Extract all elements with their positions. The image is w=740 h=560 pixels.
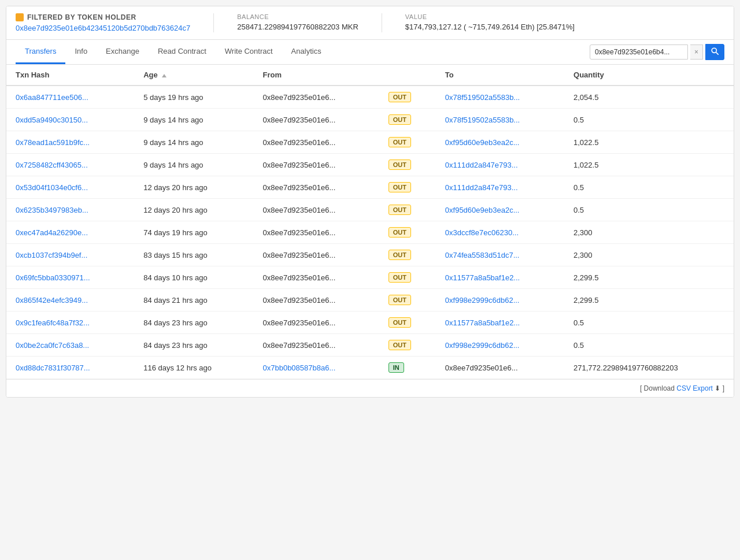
cell-direction: IN xyxy=(379,357,436,379)
txn-hash-link[interactable]: 0xd88dc7831f30787... xyxy=(16,364,90,372)
cell-direction: OUT xyxy=(379,266,436,289)
search-clear-button[interactable]: × xyxy=(690,44,703,60)
search-button[interactable] xyxy=(705,44,724,60)
txn-hash-link[interactable]: 0xcb1037cf394b9ef... xyxy=(16,251,87,259)
table-row: 0x53d04f1034e0cf6... 12 days 20 hrs ago … xyxy=(6,176,734,199)
to-link[interactable]: 0x11577a8a5baf1e2... xyxy=(445,273,520,282)
to-link[interactable]: 0x3dccf8e7ec06230... xyxy=(445,228,519,237)
table-row: 0x9c1fea6fc48a7f32... 84 days 23 hrs ago… xyxy=(6,311,734,334)
direction-badge: OUT xyxy=(388,340,411,350)
cell-from: 0x8ee7d9235e01e6... xyxy=(253,109,379,131)
cell-from: 0x8ee7d9235e01e6... xyxy=(253,131,379,154)
txn-hash-link[interactable]: 0x78ead1ac591b9fc... xyxy=(16,138,90,147)
txn-hash-link[interactable]: 0x865f42e4efc3949... xyxy=(16,296,88,305)
txn-hash-link[interactable]: 0x53d04f1034e0cf6... xyxy=(16,183,88,192)
cell-to: 0x8ee7d9235e01e6... xyxy=(436,357,564,379)
to-link[interactable]: 0x78f519502a5583b... xyxy=(445,93,520,102)
cell-direction: OUT xyxy=(379,86,436,109)
col-direction xyxy=(379,65,436,86)
tab-analytics[interactable]: Analytics xyxy=(282,40,331,64)
cell-quantity: 2,054.5 xyxy=(564,86,734,109)
filter-address[interactable]: 0x8ee7d9235e01e6b42345120b5d270bdb763624… xyxy=(16,24,190,32)
txn-hash-link[interactable]: 0x7258482cff43065... xyxy=(16,161,88,169)
txn-hash-link[interactable]: 0x9c1fea6fc48a7f32... xyxy=(16,318,90,327)
cell-txn-hash: 0xdd5a9490c30150... xyxy=(6,109,134,131)
to-link[interactable]: 0xf95d60e9eb3ea2c... xyxy=(445,138,520,147)
to-link[interactable]: 0x11577a8a5baf1e2... xyxy=(445,318,520,327)
txn-hash-link[interactable]: 0x6235b3497983eb... xyxy=(16,206,88,214)
txn-hash-link[interactable]: 0x0be2ca0fc7c63a8... xyxy=(16,341,89,350)
table-row: 0x6aa847711ee506... 5 days 19 hrs ago 0x… xyxy=(6,86,734,109)
table-row: 0x7258482cff43065... 9 days 14 hrs ago 0… xyxy=(6,154,734,176)
txn-hash-link[interactable]: 0x69fc5bba0330971... xyxy=(16,273,90,282)
direction-badge: OUT xyxy=(388,182,411,192)
to-link[interactable]: 0x74fea5583d51dc7... xyxy=(445,251,520,259)
cell-direction: OUT xyxy=(379,131,436,154)
balance-label: BALANCE xyxy=(237,13,358,20)
cell-direction: OUT xyxy=(379,154,436,176)
cell-from: 0x8ee7d9235e01e6... xyxy=(253,154,379,176)
cell-age: 116 days 12 hrs ago xyxy=(134,357,253,379)
cell-quantity: 2,299.5 xyxy=(564,289,734,311)
sort-icon-age xyxy=(162,74,166,77)
cell-to: 0xf95d60e9eb3ea2c... xyxy=(436,199,564,221)
to-link[interactable]: 0x111dd2a847e793... xyxy=(445,161,518,169)
to-link[interactable]: 0x111dd2a847e793... xyxy=(445,183,518,192)
cell-quantity: 2,300 xyxy=(564,221,734,244)
direction-badge: OUT xyxy=(388,295,411,305)
tab-write-contract[interactable]: Write Contract xyxy=(216,40,282,64)
direction-badge: OUT xyxy=(388,137,411,147)
cell-to: 0xf998e2999c6db62... xyxy=(436,334,564,357)
txn-hash-link[interactable]: 0xec47ad4a26290e... xyxy=(16,228,88,237)
table-row: 0xcb1037cf394b9ef... 83 days 15 hrs ago … xyxy=(6,244,734,266)
cell-from: 0x8ee7d9235e01e6... xyxy=(253,199,379,221)
from-address: 0x8ee7d9235e01e6... xyxy=(262,93,335,102)
cell-quantity: 0.5 xyxy=(564,334,734,357)
tab-read-contract[interactable]: Read Contract xyxy=(149,40,216,64)
to-link[interactable]: 0xf95d60e9eb3ea2c... xyxy=(445,206,520,214)
from-address: 0x8ee7d9235e01e6... xyxy=(262,228,335,237)
cell-txn-hash: 0x69fc5bba0330971... xyxy=(6,266,134,289)
cell-direction: OUT xyxy=(379,176,436,199)
to-link[interactable]: 0x78f519502a5583b... xyxy=(445,116,520,124)
col-to: To xyxy=(436,65,564,86)
download-icon: ⬇ xyxy=(715,384,720,392)
cell-quantity: 1,022.5 xyxy=(564,131,734,154)
filter-label: FILTERED BY TOKEN HOLDER xyxy=(27,13,136,21)
to-link[interactable]: 0xf998e2999c6db62... xyxy=(445,296,520,305)
cell-from: 0x8ee7d9235e01e6... xyxy=(253,289,379,311)
cell-quantity: 2,299.5 xyxy=(564,266,734,289)
from-link[interactable]: 0x7bb0b08587b8a6... xyxy=(262,364,335,372)
cell-to: 0x78f519502a5583b... xyxy=(436,86,564,109)
tab-transfers[interactable]: Transfers xyxy=(16,40,65,64)
cell-txn-hash: 0xec47ad4a26290e... xyxy=(6,221,134,244)
cell-from: 0x8ee7d9235e01e6... xyxy=(253,176,379,199)
cell-from: 0x7bb0b08587b8a6... xyxy=(253,357,379,379)
cell-quantity: 0.5 xyxy=(564,176,734,199)
cell-age: 74 days 19 hrs ago xyxy=(134,221,253,244)
table-footer: [ Download CSV Export ⬇ ] xyxy=(6,379,734,397)
txn-hash-link[interactable]: 0x6aa847711ee506... xyxy=(16,93,88,102)
value-label: VALUE xyxy=(405,13,575,20)
tab-exchange[interactable]: Exchange xyxy=(97,40,149,64)
cell-to: 0x11577a8a5baf1e2... xyxy=(436,266,564,289)
cell-age: 84 days 10 hrs ago xyxy=(134,266,253,289)
cell-quantity: 0.5 xyxy=(564,199,734,221)
cell-quantity: 0.5 xyxy=(564,311,734,334)
cell-to: 0x74fea5583d51dc7... xyxy=(436,244,564,266)
table-row: 0xdd5a9490c30150... 9 days 14 hrs ago 0x… xyxy=(6,109,734,131)
tab-info[interactable]: Info xyxy=(65,40,97,64)
txn-hash-link[interactable]: 0xdd5a9490c30150... xyxy=(16,116,88,124)
cell-from: 0x8ee7d9235e01e6... xyxy=(253,86,379,109)
search-input[interactable] xyxy=(590,44,688,60)
cell-from: 0x8ee7d9235e01e6... xyxy=(253,244,379,266)
table-row: 0x78ead1ac591b9fc... 9 days 14 hrs ago 0… xyxy=(6,131,734,154)
to-link[interactable]: 0xf998e2999c6db62... xyxy=(445,341,520,350)
cell-quantity: 0.5 xyxy=(564,109,734,131)
direction-badge: OUT xyxy=(388,272,411,283)
cell-txn-hash: 0xd88dc7831f30787... xyxy=(6,357,134,379)
from-address: 0x8ee7d9235e01e6... xyxy=(262,183,335,192)
footer-bracket: ] xyxy=(723,384,724,392)
csv-export-link[interactable]: CSV Export xyxy=(676,384,713,392)
col-from: From xyxy=(253,65,379,86)
